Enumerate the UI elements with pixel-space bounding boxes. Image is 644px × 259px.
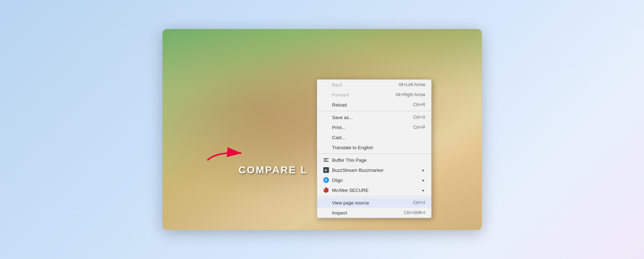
browser-window: COMPARE L UOTES W Back Alt+Left Arrow Fo…: [163, 29, 482, 230]
print-shortcut: Ctrl+P: [413, 125, 426, 130]
menu-item-print[interactable]: Print... Ctrl+P: [317, 122, 431, 132]
view-source-icon: [323, 199, 329, 206]
view-source-label: View page source: [332, 200, 406, 206]
buzzstream-label: BuzzStream Buzzmarker: [332, 168, 422, 173]
menu-item-buzzstream[interactable]: B BuzzStream Buzzmarker ►: [317, 165, 431, 175]
buzzstream-arrow: ►: [422, 168, 426, 172]
red-arrow-indicator: [206, 144, 249, 164]
menu-item-save-as[interactable]: Save as... Ctrl+S: [317, 112, 431, 122]
menu-item-diigo[interactable]: D Diigo ►: [317, 175, 431, 185]
menu-item-mcafee[interactable]: M McAfee SECURE ►: [317, 185, 431, 195]
mcafee-label: McAfee SECURE: [332, 188, 422, 193]
diigo-label: Diigo: [332, 178, 422, 183]
back-shortcut: Alt+Left Arrow: [398, 82, 425, 87]
forward-icon: [323, 91, 329, 98]
mcafee-arrow: ►: [422, 188, 426, 192]
buzzstream-icon: B: [323, 167, 329, 173]
context-menu: Back Alt+Left Arrow Forward Alt+Right Ar…: [317, 79, 432, 218]
inspect-label: Inspect: [332, 210, 397, 216]
inspect-icon: [323, 209, 329, 216]
menu-item-back[interactable]: Back Alt+Left Arrow: [317, 80, 431, 90]
reload-icon: [323, 102, 329, 108]
menu-separator-3: [317, 196, 431, 197]
menu-separator-1: [317, 111, 431, 111]
menu-item-buffer[interactable]: Buffer This Page: [317, 155, 431, 165]
menu-item-translate[interactable]: Translate to English: [317, 142, 431, 152]
menu-separator-2: [317, 154, 431, 154]
menu-item-inspect[interactable]: Inspect Ctrl+Shift+I: [317, 208, 431, 218]
save-icon: [323, 114, 329, 121]
buffer-icon: [323, 157, 329, 163]
buffer-label: Buffer This Page: [332, 157, 418, 163]
inspect-shortcut: Ctrl+Shift+I: [404, 210, 425, 215]
cast-icon: [323, 134, 329, 141]
menu-item-reload[interactable]: Reload Ctrl+R: [317, 100, 431, 110]
view-source-shortcut: Ctrl+U: [413, 200, 425, 205]
diigo-arrow: ►: [422, 178, 426, 182]
back-label: Back: [332, 82, 391, 88]
reload-shortcut: Ctrl+R: [413, 102, 425, 107]
print-label: Print...: [332, 125, 406, 130]
cast-label: Cast...: [332, 135, 418, 140]
menu-item-cast[interactable]: Cast...: [317, 132, 431, 142]
translate-icon: [323, 144, 329, 151]
menu-item-forward[interactable]: Forward Alt+Right Arrow: [317, 90, 431, 100]
mcafee-icon: M: [323, 187, 329, 193]
save-as-label: Save as...: [332, 115, 406, 120]
reload-label: Reload: [332, 102, 406, 108]
forward-label: Forward: [332, 92, 389, 98]
webpage-background: COMPARE L UOTES W Back Alt+Left Arrow Fo…: [163, 29, 482, 230]
back-icon: [323, 81, 329, 88]
print-icon: [323, 124, 329, 131]
diigo-icon: D: [323, 177, 329, 183]
menu-item-view-source[interactable]: View page source Ctrl+U: [317, 198, 431, 208]
save-as-shortcut: Ctrl+S: [413, 115, 426, 120]
forward-shortcut: Alt+Right Arrow: [395, 92, 425, 97]
translate-label: Translate to English: [332, 145, 418, 150]
